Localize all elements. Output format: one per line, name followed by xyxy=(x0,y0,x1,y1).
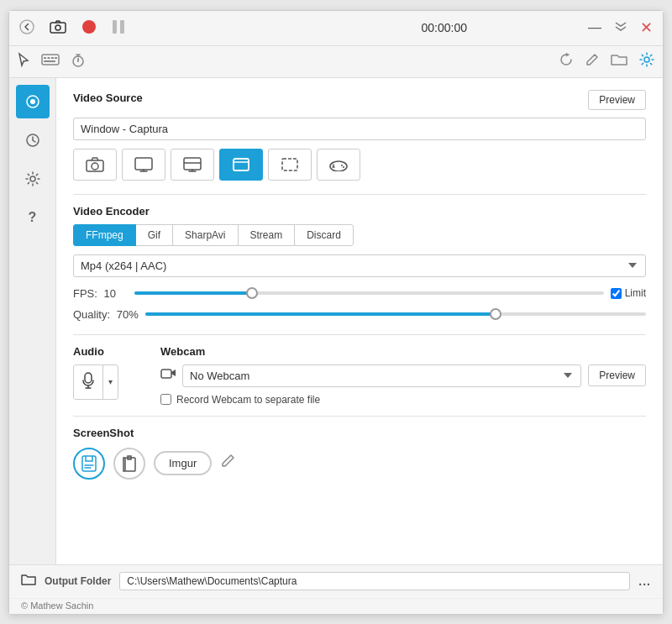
svg-point-2 xyxy=(55,25,60,30)
source-window-btn[interactable] xyxy=(219,149,263,181)
sidebar: ? xyxy=(9,78,56,564)
screenshot-icons: Imgur xyxy=(73,448,646,480)
toolbar-row-right xyxy=(559,52,654,71)
svg-point-17 xyxy=(30,176,35,181)
video-encoder-section: Video Encoder FFmpeg Gif SharpAvi Stream… xyxy=(73,205,646,321)
toolbar-row xyxy=(9,46,663,78)
cursor-icon[interactable] xyxy=(18,52,29,71)
svg-rect-33 xyxy=(82,456,96,471)
main-area: ? Video Source Preview xyxy=(9,78,663,564)
screenshot-file-button[interactable] xyxy=(73,448,105,480)
quality-slider-thumb[interactable] xyxy=(490,308,501,320)
codec-select[interactable]: Mp4 (x264 | AAC) xyxy=(73,254,646,277)
quality-slider-track[interactable] xyxy=(145,312,646,316)
keyboard-icon[interactable] xyxy=(41,54,60,69)
svg-rect-8 xyxy=(48,57,50,59)
bottom-folder-label: Output Folder xyxy=(45,575,111,587)
bottom-bar: Output Folder ... xyxy=(9,564,663,598)
screenshot-imgur-button[interactable]: Imgur xyxy=(154,451,212,475)
screenshot-clipboard-button[interactable] xyxy=(113,448,145,480)
svg-rect-23 xyxy=(234,159,249,170)
svg-rect-9 xyxy=(51,57,54,59)
quality-slider-fill xyxy=(145,312,496,316)
collapse-button[interactable] xyxy=(613,19,628,36)
open-folder-icon[interactable] xyxy=(611,53,627,70)
screenshot-icon[interactable] xyxy=(48,18,68,38)
record-button[interactable] xyxy=(80,18,98,39)
fps-value: 10 xyxy=(104,287,116,300)
content-panel: Video Source Preview xyxy=(56,78,663,564)
sidebar-item-home[interactable] xyxy=(16,85,50,118)
app-window: 00:00:00 — ✕ xyxy=(8,10,664,615)
pause-button[interactable] xyxy=(110,18,127,39)
fps-slider-thumb[interactable] xyxy=(246,287,258,299)
source-gamepad-btn[interactable] xyxy=(317,149,360,181)
webcam-preview-button[interactable]: Preview xyxy=(588,364,646,386)
timer-display: 00:00:00 xyxy=(302,21,587,34)
svg-rect-4 xyxy=(113,20,117,34)
svg-rect-10 xyxy=(55,57,57,59)
refresh-icon[interactable] xyxy=(559,52,574,71)
sidebar-item-help[interactable]: ? xyxy=(16,201,50,234)
webcam-cam-icon xyxy=(160,368,176,383)
svg-point-28 xyxy=(343,166,344,168)
webcam-select[interactable]: No Webcam xyxy=(182,364,581,387)
settings-icon[interactable] xyxy=(639,52,654,71)
limit-checkbox[interactable] xyxy=(611,288,622,299)
divider-3 xyxy=(73,416,646,417)
source-monitor2-btn[interactable] xyxy=(171,149,214,181)
svg-rect-25 xyxy=(282,159,297,170)
screenshot-pen-icon[interactable] xyxy=(220,454,235,473)
codec-row: Mp4 (x264 | AAC) xyxy=(73,254,646,277)
source-icons-group xyxy=(73,149,646,181)
audio-mic-button[interactable] xyxy=(74,365,103,399)
svg-rect-7 xyxy=(44,57,46,59)
webcam-record-checkbox[interactable] xyxy=(160,394,171,405)
close-button[interactable]: ✕ xyxy=(638,18,654,37)
timer-icon[interactable] xyxy=(71,52,85,71)
svg-point-26 xyxy=(330,161,347,171)
tab-gif[interactable]: Gif xyxy=(135,224,173,246)
video-encoder-title: Video Encoder xyxy=(73,205,150,218)
svg-rect-32 xyxy=(161,370,171,378)
sidebar-item-settings[interactable] xyxy=(16,162,50,196)
title-bar-right: — ✕ xyxy=(586,18,654,37)
fps-slider-track[interactable] xyxy=(134,291,604,295)
edit-icon[interactable] xyxy=(585,53,599,70)
bottom-folder-icon xyxy=(21,574,36,589)
tab-discard[interactable]: Discard xyxy=(294,224,354,246)
quality-value: 70% xyxy=(117,308,139,321)
audio-dropdown-button[interactable]: ▾ xyxy=(103,370,118,393)
divider-1 xyxy=(73,194,646,195)
title-bar-left xyxy=(18,18,302,39)
source-region-btn[interactable] xyxy=(268,149,312,181)
back-icon[interactable] xyxy=(18,18,36,39)
source-monitor1-btn[interactable] xyxy=(122,149,165,181)
svg-point-13 xyxy=(644,57,649,62)
screenshot-section: ScreenShot Imgur xyxy=(73,427,646,480)
webcam-record-row: Record Webcam to separate file xyxy=(160,394,646,406)
folder-path-input[interactable] xyxy=(119,572,630,590)
video-preview-button[interactable]: Preview xyxy=(588,90,646,110)
svg-point-19 xyxy=(92,163,98,170)
tab-stream[interactable]: Stream xyxy=(238,224,296,246)
quality-label: Quality: 70% xyxy=(73,308,139,321)
tab-sharpavi[interactable]: SharpAvi xyxy=(172,224,238,246)
audio-section: Audio ▾ xyxy=(73,345,140,406)
encoder-tabs: FFmpeg Gif SharpAvi Stream Discard xyxy=(73,224,646,246)
sidebar-item-history[interactable] xyxy=(16,123,50,157)
screenshot-title: ScreenShot xyxy=(73,427,646,439)
toolbar-row-left xyxy=(18,52,547,71)
svg-rect-11 xyxy=(44,60,55,62)
svg-point-0 xyxy=(20,20,34,34)
minimize-button[interactable]: — xyxy=(586,19,603,36)
folder-more-button[interactable]: ... xyxy=(638,574,651,588)
source-camera-btn[interactable] xyxy=(73,149,117,181)
video-source-header: Video Source Preview xyxy=(73,92,646,111)
svg-point-3 xyxy=(82,20,96,34)
webcam-select-row: No Webcam Preview xyxy=(160,364,646,387)
source-input[interactable] xyxy=(73,118,646,140)
divider-2 xyxy=(73,334,646,335)
tab-ffmpeg[interactable]: FFmpeg xyxy=(73,224,136,246)
fps-slider-fill xyxy=(134,291,252,295)
